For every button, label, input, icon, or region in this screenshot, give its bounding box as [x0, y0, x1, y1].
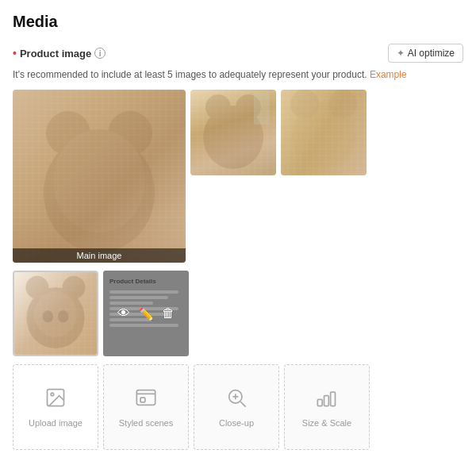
product-image-3[interactable]	[281, 90, 367, 175]
image-grid-row2: Product Details 👁 ✏️ 🗑	[13, 271, 463, 356]
section-header: • Product image i ✦ AI optimize	[13, 44, 463, 63]
svg-rect-26	[331, 392, 336, 406]
product-image-5[interactable]: Product Details 👁 ✏️ 🗑	[103, 271, 189, 356]
size-scale-label: Size & Scale	[302, 418, 351, 428]
ai-optimize-button[interactable]: ✦ AI optimize	[388, 44, 463, 63]
view-icon[interactable]: 👁	[117, 306, 130, 321]
product-image-4[interactable]	[13, 271, 98, 356]
edit-icon[interactable]: ✏️	[138, 306, 154, 321]
section-label: • Product image i	[13, 47, 106, 60]
styled-scenes-tile[interactable]: Styled scenes	[103, 364, 189, 450]
svg-rect-24	[317, 399, 322, 405]
size-scale-icon	[316, 386, 338, 413]
product-image-label: Product image	[20, 48, 91, 60]
svg-line-21	[240, 402, 245, 406]
image-overlay-actions: 👁 ✏️ 🗑	[103, 271, 189, 356]
example-link[interactable]: Example	[370, 69, 407, 80]
delete-icon[interactable]: 🗑	[162, 306, 175, 321]
size-scale-tile[interactable]: Size & Scale	[284, 364, 370, 450]
upload-image-tile[interactable]: Upload image	[13, 364, 98, 450]
required-indicator: •	[13, 47, 17, 60]
product-image-section: • Product image i ✦ AI optimize It's rec…	[13, 44, 463, 450]
styled-scenes-label: Styled scenes	[119, 418, 173, 428]
close-up-icon	[225, 386, 248, 413]
upload-icon	[44, 386, 67, 413]
svg-rect-25	[324, 396, 329, 406]
svg-rect-18	[136, 390, 155, 405]
svg-point-5	[205, 94, 231, 120]
svg-point-17	[51, 393, 54, 396]
info-icon[interactable]: i	[94, 48, 106, 59]
svg-point-15	[58, 310, 68, 322]
image-grid: Main image	[13, 90, 463, 263]
svg-point-9	[328, 90, 357, 118]
close-up-label: Close-up	[219, 418, 254, 428]
svg-point-13	[34, 291, 77, 337]
main-image-label: Main image	[13, 248, 186, 263]
page-title: Media	[13, 13, 463, 31]
svg-point-8	[290, 90, 319, 118]
ai-star-icon: ✦	[397, 48, 405, 59]
action-icons-row: 👁 ✏️ 🗑	[117, 306, 175, 321]
placeholder-grid: Upload image Styled scenes	[13, 364, 463, 450]
product-image-2[interactable]	[190, 90, 276, 175]
main-product-image[interactable]: Main image	[13, 90, 186, 263]
styled-scenes-icon	[135, 386, 157, 413]
upload-image-label: Upload image	[29, 418, 83, 428]
svg-rect-19	[140, 398, 145, 402]
svg-point-14	[43, 310, 53, 322]
ai-optimize-label: AI optimize	[408, 48, 455, 59]
product-image-description: It's recommended to include at least 5 i…	[13, 67, 463, 82]
close-up-tile[interactable]: Close-up	[194, 364, 279, 450]
